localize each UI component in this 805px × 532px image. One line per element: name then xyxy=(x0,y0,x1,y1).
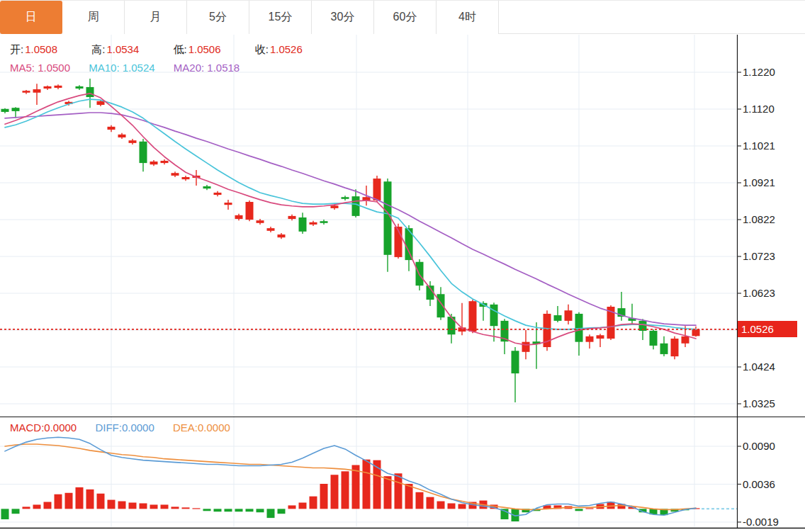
ma10-legend-value: MA10: 1.0524 xyxy=(89,62,154,74)
y-axis-tick-label: 1.1120 xyxy=(743,103,775,115)
diff-legend-value: DIFF:0.0000 xyxy=(95,421,154,434)
close-label: 收: xyxy=(255,43,269,55)
ohlc-legend: 开:1.0508 高:1.0534 低:1.0506 收:1.0526 xyxy=(10,43,334,57)
y-axis-tick-label: -0.0019 xyxy=(743,516,779,528)
y-axis-tick-label: 1.0921 xyxy=(743,176,775,189)
low-label: 低: xyxy=(173,43,186,55)
y-axis-tick-label: 1.0325 xyxy=(743,397,775,410)
trading-chart-app: 日 周 月 5分 15分 30分 60分 4时 开:1.0508 高:1.053… xyxy=(0,0,805,532)
high-label: 高: xyxy=(91,43,105,55)
macd-legend: MACD:0.0000 DIFF:0.0000 DEA:0.0000 xyxy=(10,421,246,434)
open-label: 开: xyxy=(10,43,23,55)
ma20-legend-value: MA20: 1.0518 xyxy=(174,62,240,74)
y-axis-tick-label: 0.0090 xyxy=(743,440,775,453)
low-value: 1.0506 xyxy=(188,43,221,55)
y-axis-tick-label: 1.0424 xyxy=(743,361,775,373)
dea-legend-value: DEA:0.0000 xyxy=(173,421,230,434)
y-axis-tick-label: 0.0036 xyxy=(743,478,775,491)
macd-legend-value: MACD:0.0000 xyxy=(10,421,77,434)
close-value: 1.0526 xyxy=(270,43,303,55)
y-axis-tick-label: 1.1021 xyxy=(743,140,775,152)
y-axis-tick-label: 1.0723 xyxy=(743,250,775,263)
current-price-badge: 1.0526 xyxy=(738,321,797,337)
open-value: 1.0508 xyxy=(25,43,57,55)
chart-canvas[interactable] xyxy=(0,0,805,532)
y-axis-tick-label: 1.1220 xyxy=(743,66,775,79)
y-axis-tick-label: 1.0623 xyxy=(743,287,775,300)
ma-legend: MA5: 1.0500 MA10: 1.0524 MA20: 1.0518 xyxy=(10,62,255,74)
y-axis-tick-label: 1.0822 xyxy=(743,213,775,226)
ma5-legend-value: MA5: 1.0500 xyxy=(10,62,70,74)
high-value: 1.0534 xyxy=(106,43,139,55)
